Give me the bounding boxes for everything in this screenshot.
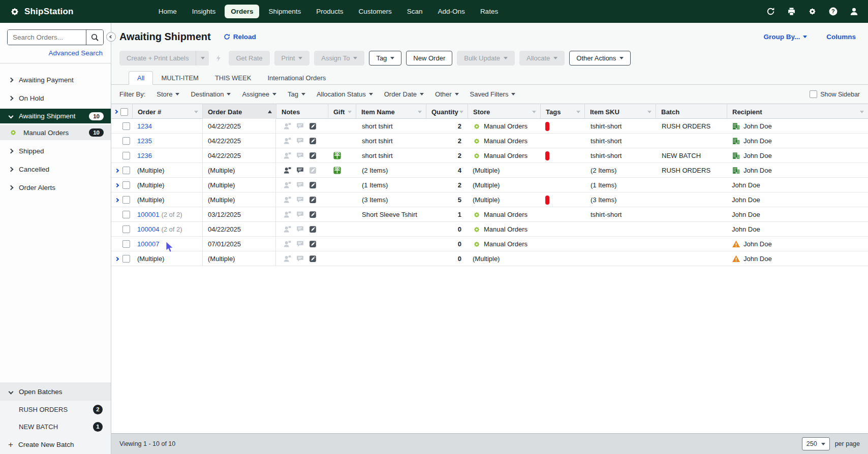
select-all-checkbox[interactable]: [120, 108, 128, 116]
column-header-tags[interactable]: Tags: [540, 104, 584, 119]
filter-other[interactable]: Other: [435, 90, 459, 98]
sidebar-item-manual-orders[interactable]: Manual Orders10: [0, 125, 111, 140]
sidebar-item-order-alerts[interactable]: Order Alerts: [0, 178, 111, 197]
nav-item-add-ons[interactable]: Add-Ons: [432, 5, 471, 18]
column-filter-icon[interactable]: [348, 111, 352, 113]
expand-row-icon[interactable]: [115, 168, 119, 172]
bolt-icon: [213, 54, 224, 62]
caret-down-icon: [175, 93, 179, 95]
row-checkbox[interactable]: [122, 167, 130, 174]
reload-button[interactable]: Reload: [223, 33, 256, 41]
expand-row-icon[interactable]: [115, 256, 119, 261]
order-number-link[interactable]: 100004: [137, 225, 159, 233]
expand-row-icon[interactable]: [115, 198, 119, 202]
user-icon[interactable]: [849, 7, 859, 16]
nav-item-home[interactable]: Home: [152, 5, 183, 18]
tab-all[interactable]: All: [129, 71, 153, 85]
order-number-link[interactable]: 1235: [137, 137, 152, 145]
column-filter-icon[interactable]: [860, 111, 864, 113]
filter-saved-filters[interactable]: Saved Filters: [470, 90, 516, 98]
tab-this-week[interactable]: THIS WEEK: [207, 72, 260, 84]
column-header-order-date[interactable]: Order Date: [202, 104, 276, 119]
tag-button[interactable]: Tag: [369, 51, 401, 66]
sidebar-item-awaiting-shipment[interactable]: Awaiting Shipment10: [0, 109, 111, 123]
column-filter-icon[interactable]: [576, 111, 580, 113]
filter-destination[interactable]: Destination: [191, 90, 231, 98]
row-checkbox[interactable]: [122, 225, 130, 233]
order-number-link[interactable]: 1236: [137, 152, 152, 159]
brand[interactable]: ShipStation: [9, 6, 74, 17]
gear-icon[interactable]: [808, 7, 817, 16]
column-filter-icon[interactable]: [194, 111, 198, 113]
batch-item-rush-orders[interactable]: RUSH ORDERS2: [0, 401, 111, 418]
batch-item-new-batch[interactable]: NEW BATCH1: [0, 418, 111, 435]
nav-item-scan[interactable]: Scan: [401, 5, 429, 18]
refresh-icon[interactable]: [766, 7, 776, 16]
show-sidebar-checkbox[interactable]: [810, 90, 817, 98]
column-filter-icon[interactable]: [532, 111, 536, 113]
filter-allocation-status[interactable]: Allocation Status: [317, 90, 373, 98]
column-header-notes[interactable]: Notes: [276, 104, 328, 119]
column-filter-icon[interactable]: [647, 111, 652, 113]
count-badge: 10: [89, 128, 104, 137]
sidebar-item-shipped[interactable]: Shipped: [0, 142, 111, 160]
columns-button[interactable]: Columns: [826, 33, 856, 41]
tab-international-orders[interactable]: International Orders: [259, 72, 334, 84]
group-by-dropdown[interactable]: Group By...: [763, 33, 807, 41]
edit-note-icon: [308, 225, 317, 234]
search-input[interactable]: [8, 30, 86, 45]
expand-row-icon[interactable]: [115, 183, 119, 187]
column-header-quantity[interactable]: Quantity: [426, 104, 468, 119]
filter-store[interactable]: Store: [157, 90, 179, 98]
column-header-gift[interactable]: Gift: [328, 104, 356, 119]
other-actions-button[interactable]: Other Actions: [569, 51, 631, 66]
column-filter-icon[interactable]: [459, 111, 463, 113]
nav-item-rates[interactable]: Rates: [474, 5, 504, 18]
column-filter-icon[interactable]: [418, 111, 422, 113]
row-checkbox[interactable]: [122, 181, 130, 189]
column-header-store[interactable]: Store: [468, 104, 540, 119]
expand-all-icon[interactable]: [114, 110, 118, 114]
nav-item-orders[interactable]: Orders: [225, 5, 259, 18]
order-number-link[interactable]: 100007: [137, 240, 159, 248]
table-row: (Multiple)(Multiple)(3 Items)5(Multiple)…: [111, 192, 868, 207]
create-new-batch-button[interactable]: + Create New Batch: [0, 435, 111, 454]
row-checkbox[interactable]: [122, 240, 130, 248]
sidebar-item-awaiting-payment[interactable]: Awaiting Payment: [0, 71, 111, 89]
filter-assignee[interactable]: Assignee: [242, 90, 276, 98]
tab-multi-item[interactable]: MULTI-ITEM: [153, 72, 206, 84]
show-sidebar-label: Show Sidebar: [820, 91, 860, 98]
sidebar-item-cancelled[interactable]: Cancelled: [0, 160, 111, 178]
row-checkbox[interactable]: [122, 196, 130, 204]
help-icon[interactable]: ?: [828, 7, 838, 16]
row-checkbox[interactable]: [122, 137, 130, 145]
nav-item-customers[interactable]: Customers: [353, 5, 398, 18]
sidebar-collapse-button[interactable]: [106, 32, 116, 42]
sidebar-item-on-hold[interactable]: On Hold: [0, 89, 111, 107]
column-header-item-sku[interactable]: Item SKU: [584, 104, 656, 119]
nav-item-insights[interactable]: Insights: [186, 5, 222, 18]
order-number-link[interactable]: 1234: [137, 122, 152, 130]
row-select-cell: [111, 196, 132, 204]
column-header-recipient[interactable]: Recipient: [727, 104, 868, 119]
show-sidebar-toggle[interactable]: Show Sidebar: [810, 90, 860, 98]
advanced-search-link[interactable]: Advanced Search: [0, 49, 103, 57]
column-header-batch[interactable]: Batch: [656, 104, 727, 119]
column-header-item-name[interactable]: Item Name: [356, 104, 426, 119]
search-button[interactable]: [86, 30, 103, 45]
per-page-select[interactable]: 250: [802, 437, 830, 450]
printer-icon[interactable]: [787, 7, 796, 16]
row-checkbox[interactable]: [122, 152, 130, 159]
open-batches-header[interactable]: Open Batches: [0, 382, 111, 401]
row-checkbox[interactable]: [122, 255, 130, 263]
new-order-button[interactable]: New Order: [406, 51, 452, 66]
column-header-order-[interactable]: Order #: [132, 104, 202, 119]
row-checkbox[interactable]: [122, 211, 130, 218]
nav-item-shipments[interactable]: Shipments: [262, 5, 307, 18]
row-checkbox[interactable]: [122, 122, 130, 130]
filter-tag[interactable]: Tag: [288, 90, 305, 98]
nav-item-products[interactable]: Products: [310, 5, 349, 18]
red-tag: [545, 196, 549, 205]
order-number-link[interactable]: 100001: [137, 211, 159, 218]
filter-order-date[interactable]: Order Date: [384, 90, 424, 98]
